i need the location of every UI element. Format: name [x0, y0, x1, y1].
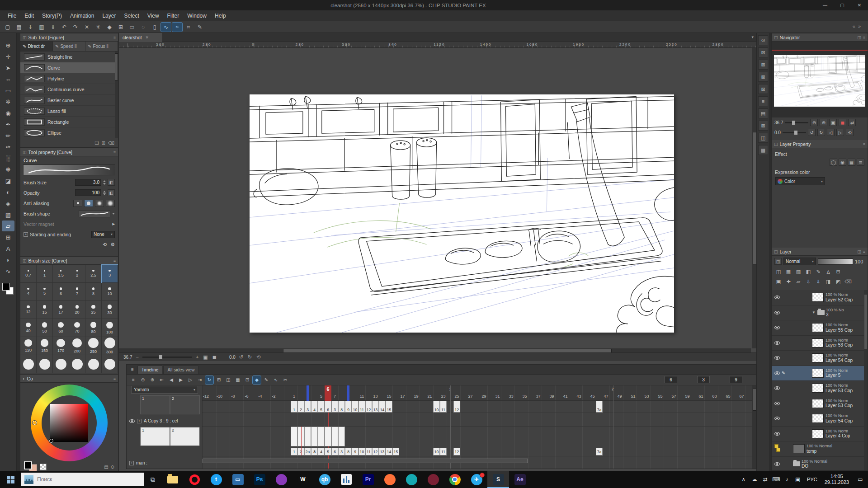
layer-visibility-cell[interactable]	[773, 432, 782, 436]
layer-visibility-cell[interactable]	[773, 417, 782, 420]
tool-settings-icon[interactable]: ⚙	[110, 242, 115, 248]
slider-handle[interactable]	[794, 131, 797, 135]
prev-frame-button[interactable]: ◀	[167, 376, 175, 384]
subtool-lasso-fill[interactable]: Lasso fill	[20, 106, 118, 117]
sub-tool-scrollbar[interactable]	[115, 52, 118, 138]
nav-fit-button[interactable]: ▣	[829, 119, 837, 126]
deselect-icon[interactable]: ▯	[150, 23, 160, 32]
layer-row[interactable]: 100 % Normaltemp	[772, 441, 864, 457]
brush-size-1[interactable]: 1	[37, 265, 53, 283]
panel-options-icon[interactable]: ≡	[113, 258, 116, 263]
menu-select[interactable]: Select	[120, 10, 143, 21]
set-as-draft-button[interactable]: ✎	[814, 269, 822, 275]
pen-tool[interactable]: ✒	[2, 119, 14, 130]
zoom-tool[interactable]: ⊕	[2, 40, 14, 51]
main-color-swatch[interactable]	[24, 461, 32, 469]
vector-magnet-expand-icon[interactable]: ▸	[112, 221, 115, 227]
aa-none-button[interactable]	[73, 200, 82, 207]
operation-tool[interactable]: ➤	[2, 62, 14, 73]
subtool-tab-speedli[interactable]: ✎Speed li	[53, 42, 85, 51]
cel-slot[interactable]: 2	[170, 427, 200, 446]
reset-tool-icon[interactable]: ⟲	[103, 242, 107, 248]
panel-options-icon[interactable]: ≡	[863, 249, 865, 254]
brush-size-200[interactable]: 200	[69, 337, 85, 355]
quick-access-palette-icon[interactable]: ⊙	[758, 35, 768, 45]
start-end-dropdown[interactable]: None ▾	[91, 231, 115, 238]
cel-frame-2[interactable]: 2	[297, 401, 304, 413]
after-effects[interactable]: Ae	[509, 471, 531, 488]
duplicate-subtool-icon[interactable]: ⊞	[101, 141, 105, 145]
layer-visibility-cell[interactable]	[773, 371, 782, 375]
nav-flip-button[interactable]: ⇄	[848, 119, 856, 126]
twitter[interactable]: t	[205, 471, 227, 488]
start-button[interactable]	[0, 471, 21, 488]
print-icon[interactable]: ▥	[37, 23, 47, 32]
layer-row[interactable]: 100 % NormLayer 53 Cop	[772, 396, 864, 412]
cel-frame-7[interactable]: 3	[331, 401, 338, 413]
panel-options-icon[interactable]: ≡	[863, 142, 865, 146]
export-icon[interactable]: ⇓	[48, 23, 58, 32]
play-button[interactable]: ▶	[177, 376, 185, 384]
expression-color-dropdown[interactable]: Color ▾	[775, 177, 825, 185]
onion-skin-button[interactable]: ◫	[224, 376, 232, 384]
cel-frame-15[interactable]: 15	[386, 401, 392, 413]
brush-size-25[interactable]: 25	[85, 301, 102, 319]
subtool-curve[interactable]: Curve	[20, 62, 118, 73]
snap-to-grid-icon[interactable]: ⌗	[184, 23, 193, 32]
menu-layer[interactable]: Layer	[98, 10, 120, 21]
navigator-thumbnail[interactable]	[774, 55, 865, 107]
layer-color-effect-button[interactable]: ▦	[848, 159, 855, 166]
extract-line-effect-button[interactable]: ≣	[857, 159, 864, 166]
decoration-tool[interactable]: ❋	[2, 164, 14, 175]
material-palette-5-icon[interactable]: ⊠	[758, 121, 768, 131]
subtool-bezier-curve[interactable]: Bezier curve	[20, 95, 118, 106]
cel-frame-1[interactable]: 1	[291, 401, 297, 413]
panel-menu-icon[interactable]: ◫	[774, 35, 778, 40]
brush-size-0.7[interactable]: 0.7	[20, 265, 37, 283]
enable-keyframes-button[interactable]: ◆	[253, 376, 261, 384]
cel-frame-9[interactable]: 9	[345, 401, 352, 413]
transfer-to-lower-button[interactable]: ⇩	[804, 279, 812, 285]
telegram[interactable]: ✈	[466, 471, 487, 488]
cel-frame-14[interactable]: 13	[379, 448, 386, 455]
cel-frame-46[interactable]: 7a	[596, 448, 603, 455]
brush-size-250[interactable]: 250	[85, 337, 102, 355]
aa-middle-button[interactable]	[95, 200, 104, 207]
material-list-palette-icon[interactable]: ≡	[758, 96, 768, 106]
nav-actual-size-button[interactable]: ◼	[839, 119, 846, 126]
cel-box[interactable]	[338, 427, 345, 446]
close-document-icon[interactable]: ✕	[146, 35, 149, 40]
brush-size-cell[interactable]	[102, 355, 118, 373]
opera[interactable]	[184, 471, 205, 488]
menu-animation[interactable]: Animation	[66, 10, 98, 21]
subtool-tab-focusli[interactable]: ✎Focus li	[85, 42, 118, 51]
cel-box[interactable]	[291, 427, 297, 446]
subtool-continuous-curve[interactable]: Continuous curve	[20, 84, 118, 95]
timeline-grid[interactable]: -12-10-8-6-4-213579111315171921232527293…	[203, 385, 752, 469]
brush-size-1.5[interactable]: 1.5	[53, 265, 69, 283]
lock-transparent-pixels-button[interactable]: ▨	[794, 269, 802, 275]
opacity-dynamics-button[interactable]: ◧	[108, 189, 115, 196]
brush-size-80[interactable]: 80	[85, 319, 102, 337]
cel-frame-10[interactable]: 10	[352, 401, 359, 413]
nav-reset-button[interactable]: ⟲	[846, 129, 854, 136]
google-chrome[interactable]	[444, 471, 466, 488]
track-expander[interactable]: +	[137, 419, 142, 423]
document-tab[interactable]: clearshot ✕	[119, 33, 162, 42]
wacom-center[interactable]: W	[292, 471, 314, 488]
two-pane-view-button[interactable]: ⊟	[834, 269, 842, 275]
taskbar-search-box[interactable]	[21, 473, 144, 486]
new-file-icon[interactable]: ▢	[3, 23, 13, 32]
brush-size-cell[interactable]	[85, 355, 102, 373]
cel-frame-16[interactable]: 15	[392, 448, 399, 455]
delete-selection-icon[interactable]: ✕	[82, 23, 92, 32]
rotate-cw-button[interactable]: ↻	[247, 354, 253, 360]
panel-options-icon[interactable]: ≡	[113, 35, 116, 40]
color-wheel-tab-icon[interactable]: ◐	[23, 376, 25, 381]
brush-size-dynamics-button[interactable]: ◧	[108, 179, 115, 186]
track3-name-row[interactable]: + man :	[129, 459, 201, 467]
cel-frame-13[interactable]: 13	[372, 401, 379, 413]
snap-to-special-ruler-icon[interactable]: ≈	[172, 23, 182, 32]
open-file-icon[interactable]: ▤	[14, 23, 24, 32]
move-canvas-tool[interactable]: ✛	[2, 51, 14, 62]
